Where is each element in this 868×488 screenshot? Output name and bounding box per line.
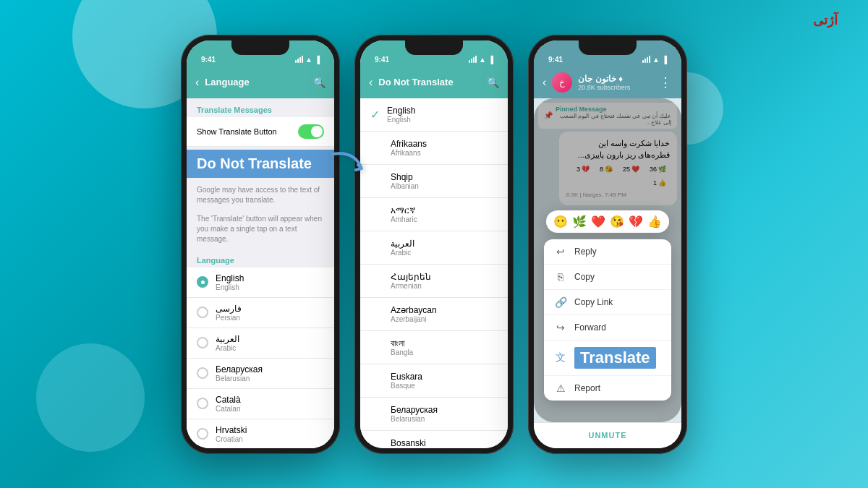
phones-container: 9:41 ▲ ▐ ‹ Language 🔍 (181, 35, 687, 454)
show-translate-item[interactable]: Show Translate Button (187, 117, 334, 147)
toolbar-title-1: Language (205, 77, 307, 87)
lang-label-english: English English (216, 273, 244, 291)
phone-3: 9:41 ▲ ▐ ‹ خ خاتون جان ♦ (528, 35, 687, 454)
wifi-icon: ▲ (305, 56, 312, 64)
lang-item-arabic[interactable]: العربية Arabic (187, 328, 334, 359)
unmute-label[interactable]: UNMUTE (588, 431, 626, 440)
radio-arabic (197, 337, 208, 348)
emoji-3[interactable]: ❤️ (591, 215, 605, 228)
battery-icon-2: ▐ (488, 56, 493, 64)
dnt-amharic-label: አማርኛ Amharic (391, 205, 417, 223)
dnt-azerbaijani[interactable]: Azərbaycan Azerbaijani (360, 298, 508, 331)
dnt-afrikaans[interactable]: Afrikaans Afrikaans (360, 132, 508, 165)
language-list-1: English English فارسی Persian (187, 267, 334, 448)
lang-item-persian[interactable]: فارسی Persian (187, 298, 334, 328)
dnt-albanian-label: Shqip Albanian (391, 172, 419, 190)
chat-header-info: خاتون جان ♦ 20.8K subscribers (578, 74, 653, 91)
chat-toolbar: ‹ خ خاتون جان ♦ 20.8K subscribers ⋮ (534, 67, 681, 98)
back-button-1[interactable]: ‹ (195, 76, 199, 89)
arrow-decoration (326, 147, 369, 183)
reply-label: Reply (574, 247, 597, 257)
back-button-3[interactable]: ‹ (542, 76, 546, 89)
report-icon: ⚠ (554, 382, 567, 394)
context-menu: ↩ Reply ⎘ Copy 🔗 Copy Link ↪ Forward (544, 239, 671, 401)
toolbar-title-2: Do Not Translate (378, 77, 481, 87)
copy-label: Copy (574, 272, 595, 282)
dnt-arabic[interactable]: العربية Arabic (360, 231, 508, 265)
signal-icon-3 (642, 56, 650, 63)
dnt-armenian[interactable]: Հայերեն Armenian (360, 265, 508, 298)
language-section-header: Language (187, 249, 334, 267)
toolbar-1: ‹ Language 🔍 (187, 67, 334, 98)
back-button-2[interactable]: ‹ (369, 76, 373, 89)
copy-icon: ⎘ (554, 271, 567, 283)
chat-subscribers: 20.8K subscribers (578, 84, 653, 91)
dnt-bangla[interactable]: বাংলা Bangla (360, 331, 508, 364)
dnt-belarusian[interactable]: Беларуская Belarusian (360, 398, 508, 431)
dnt-azerbaijani-label: Azərbaycan Azerbaijani (391, 305, 437, 323)
search-button-1[interactable]: 🔍 (313, 77, 326, 88)
emoji-5[interactable]: 💔 (629, 215, 643, 228)
context-reply[interactable]: ↩ Reply (544, 239, 671, 265)
translate-toggle[interactable] (298, 124, 324, 139)
dnt-basque[interactable]: Euskara Basque (360, 364, 508, 398)
search-button-2[interactable]: 🔍 (487, 77, 499, 88)
radio-belarusian (197, 367, 208, 379)
lang-label-croatian: Hrvatski Croatian (216, 425, 247, 443)
lang-label-belarusian: Беларуская Belarusian (216, 364, 263, 382)
status-icons-1: ▲ ▐ (295, 56, 320, 64)
time-1: 9:41 (201, 56, 216, 64)
report-label: Report (574, 383, 600, 393)
dnt-belarusian-label: Беларуская Belarusian (391, 405, 438, 423)
chat-avatar: خ (552, 72, 572, 93)
chat-body: 📌 Pinned Message عليك أن تبي في نفسك فتح… (534, 98, 681, 422)
emoji-1[interactable]: 😶 (553, 215, 568, 228)
reply-icon: ↩ (554, 246, 567, 257)
lang-item-belarusian[interactable]: Беларуская Belarusian (187, 359, 334, 389)
emoji-4[interactable]: 😘 (610, 215, 624, 228)
lang-item-catalan[interactable]: Català Catalan (187, 389, 334, 419)
lang-label-catalan: Català Catalan (216, 395, 241, 413)
dnt-bosnian[interactable]: Bosanski Bosnian (360, 431, 508, 448)
radio-persian (197, 307, 208, 318)
toolbar-2: ‹ Do Not Translate 🔍 (360, 67, 508, 98)
settings-body-1: Translate Messages Show Translate Button… (187, 98, 334, 448)
lang-label-persian: فارسی Persian (216, 304, 242, 322)
phone-2: 9:41 ▲ ▐ ‹ Do Not Translate 🔍 (354, 35, 514, 454)
dnt-list: ✓ English English Afrikaans Afrikaans (360, 98, 508, 448)
signal-icon-2 (469, 56, 477, 63)
context-translate[interactable]: 文 Translate (544, 341, 671, 376)
show-translate-label: Show Translate Button (197, 127, 277, 136)
dnt-basque-label: Euskara Basque (391, 372, 422, 390)
battery-icon: ▐ (315, 56, 320, 64)
forward-label: Forward (574, 322, 606, 333)
lang-item-croatian[interactable]: Hrvatski Croatian (187, 419, 334, 448)
svg-text:آژتی: آژتی (813, 11, 839, 28)
dnt-english[interactable]: ✓ English English (360, 98, 508, 132)
signal-icon (295, 56, 303, 63)
dnt-albanian[interactable]: Shqip Albanian (360, 165, 508, 198)
do-not-translate-box[interactable]: Do Not Translate (187, 150, 334, 178)
more-menu-button[interactable]: ⋮ (659, 74, 673, 90)
translate-icon: 文 (554, 351, 567, 364)
context-forward[interactable]: ↪ Forward (544, 315, 671, 341)
lang-item-english[interactable]: English English (187, 267, 334, 298)
context-report[interactable]: ⚠ Report (544, 376, 671, 401)
phone-1: 9:41 ▲ ▐ ‹ Language 🔍 (181, 35, 340, 454)
status-icons-2: ▲ ▐ (469, 56, 493, 64)
unmute-bar: UNMUTE (534, 422, 681, 448)
dnt-amharic[interactable]: አማርኛ Amharic (360, 198, 508, 231)
dnt-afrikaans-label: Afrikaans Afrikaans (391, 139, 427, 157)
emoji-2[interactable]: 🌿 (572, 215, 587, 228)
context-copy[interactable]: ⎘ Copy (544, 265, 671, 290)
radio-catalan (197, 398, 208, 409)
watermark: آژتی (813, 9, 856, 33)
copy-link-label: Copy Link (574, 297, 613, 307)
chat-name: خاتون جان ♦ (578, 74, 653, 84)
dnt-arabic-label: العربية Arabic (391, 239, 414, 257)
emoji-6[interactable]: 👍 (647, 215, 662, 228)
emoji-reaction-row[interactable]: 😶 🌿 ❤️ 😘 💔 👍 (546, 210, 669, 233)
context-copy-link[interactable]: 🔗 Copy Link (544, 290, 671, 315)
wifi-icon-2: ▲ (479, 56, 486, 64)
dnt-bangla-label: বাংলা Bangla (391, 338, 413, 356)
